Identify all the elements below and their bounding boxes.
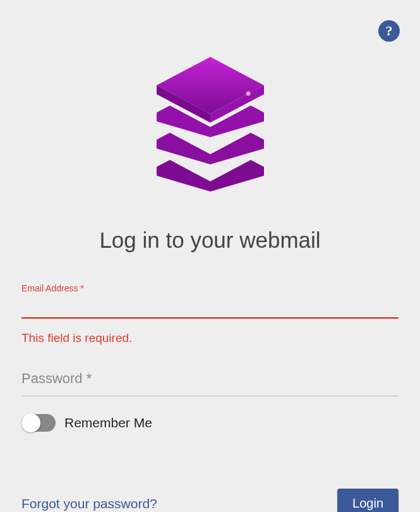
svg-marker-6 [157, 133, 210, 164]
svg-marker-8 [157, 160, 210, 192]
svg-point-3 [246, 92, 250, 96]
svg-marker-7 [210, 133, 264, 164]
svg-marker-9 [210, 160, 264, 192]
password-input[interactable]: Password * [21, 370, 399, 396]
page-title: Log in to your webmail [21, 228, 399, 253]
help-icon: ? [386, 23, 393, 39]
email-field-wrap: Email Address * [21, 283, 399, 319]
help-button[interactable]: ? [378, 20, 400, 42]
logo-container [21, 0, 399, 228]
email-label: Email Address * [21, 283, 399, 293]
remember-toggle[interactable] [21, 414, 56, 432]
email-input[interactable] [21, 295, 399, 319]
forgot-password-link[interactable]: Forgot your password? [21, 496, 157, 511]
email-error-message: This field is required. [21, 331, 399, 345]
login-button[interactable]: Login [337, 489, 399, 512]
bottom-row: Forgot your password? Login [21, 489, 399, 512]
remember-label: Remember Me [64, 415, 152, 430]
server-stack-icon [153, 57, 267, 196]
login-panel: Log in to your webmail Email Address * T… [0, 0, 420, 512]
svg-marker-0 [157, 57, 264, 114]
remember-row: Remember Me [21, 414, 399, 432]
toggle-knob [21, 413, 40, 432]
